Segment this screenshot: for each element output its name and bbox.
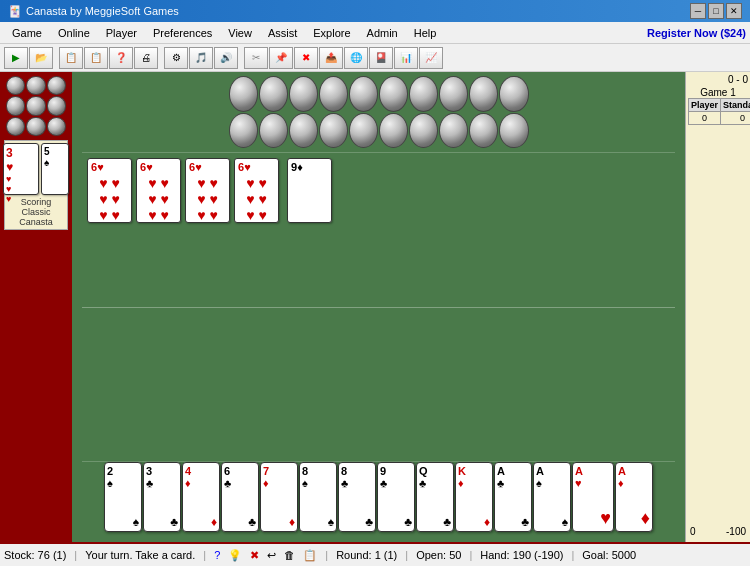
ball-2 (26, 76, 45, 95)
menu-assist[interactable]: Assist (260, 22, 305, 43)
hand-card-8c[interactable]: 8♣ ♣ (338, 462, 376, 532)
meld-card-4[interactable]: 6♥ ♥ ♥ ♥ ♥ ♥ ♥ (234, 158, 279, 223)
ball-6 (47, 96, 66, 115)
toolbar-settings[interactable]: ⚙ (164, 47, 188, 69)
hand-card-2s[interactable]: 2♠ ♠ (104, 462, 142, 532)
ball-7 (6, 117, 25, 136)
meld-card-3[interactable]: 6♥ ♥ ♥ ♥ ♥ ♥ ♥ (185, 158, 230, 223)
left-stock-pile (6, 76, 66, 136)
scoring-label: ScoringClassicCanasta (19, 197, 53, 227)
clipboard-icon[interactable]: 📋 (303, 549, 317, 562)
register-button[interactable]: Register Now ($24) (647, 27, 746, 39)
menu-player[interactable]: Player (98, 22, 145, 43)
hand-card-qc[interactable]: Q♣ ♣ (416, 462, 454, 532)
opp-card-1 (229, 76, 258, 112)
opp-card-6 (379, 76, 408, 112)
ball-3 (47, 76, 66, 95)
toolbar-copy[interactable]: 📋 (59, 47, 83, 69)
menu-online[interactable]: Online (50, 22, 98, 43)
toolbar-paste[interactable]: 📋 (84, 47, 108, 69)
hand-card-ad[interactable]: A♦ ♦ (615, 462, 653, 532)
left-panel: 3 ♥ ♥ ♥ ♥ 5 ♠ ScoringClassicCanasta (0, 72, 72, 542)
menu-view[interactable]: View (220, 22, 260, 43)
lightbulb-icon[interactable]: 💡 (228, 549, 242, 562)
opp-card-19 (469, 113, 498, 149)
undo-icon[interactable]: ↩ (267, 549, 276, 562)
menu-help[interactable]: Help (406, 22, 445, 43)
window-controls: ─ □ ✕ (690, 3, 742, 19)
hand-card-8s[interactable]: 8♠ ♠ (299, 462, 337, 532)
opp-card-3 (289, 76, 318, 112)
menu-admin[interactable]: Admin (359, 22, 406, 43)
hand-card-6c[interactable]: 6♣ ♣ (221, 462, 259, 532)
status-turn: Your turn. Take a card. (85, 549, 195, 561)
toolbar-x-red[interactable]: ✖ (294, 47, 318, 69)
menu-preferences[interactable]: Preferences (145, 22, 220, 43)
left-card-bottom: 5 ♠ (41, 143, 69, 195)
score-values: 0 -100 (688, 523, 748, 540)
toolbar-chart[interactable]: 📊 (394, 47, 418, 69)
hand-card-3c[interactable]: 3♣ ♣ (143, 462, 181, 532)
status-hand: Hand: 190 (-190) (480, 549, 563, 561)
opp-card-18 (439, 113, 468, 149)
menu-explore[interactable]: Explore (305, 22, 358, 43)
meld-card-1[interactable]: 6♥ ♥ ♥ ♥ ♥ ♥ ♥ (87, 158, 132, 223)
hand-card-as[interactable]: A♠ ♠ (533, 462, 571, 532)
status-goal: Goal: 5000 (582, 549, 636, 561)
opponent-hand (229, 76, 529, 148)
play-area: 6♥ ♥ ♥ ♥ ♥ ♥ ♥ 6♥ ♥ ♥ ♥ ♥ ♥ ♥ 6♥ ♥ ♥ (82, 152, 675, 462)
hand-card-4d[interactable]: 4♦ ♦ (182, 462, 220, 532)
menu-bar: Game Online Player Preferences View Assi… (0, 22, 750, 44)
help-icon[interactable]: ? (214, 549, 220, 561)
standard-score: 0 (721, 112, 750, 125)
menu-game[interactable]: Game (4, 22, 50, 43)
cancel-icon[interactable]: ✖ (250, 549, 259, 562)
opp-card-5 (349, 76, 378, 112)
toolbar-stats[interactable]: 📈 (419, 47, 443, 69)
hand-card-ah[interactable]: A♥ ♥ (572, 462, 614, 532)
title-bar: 🃏 Canasta by MeggieSoft Games ─ □ ✕ (0, 0, 750, 22)
maximize-button[interactable]: □ (708, 3, 724, 19)
toolbar-new-game[interactable]: ▶ (4, 47, 28, 69)
meld-card-9[interactable]: 9♦ (287, 158, 332, 223)
player-hand: 2♠ ♠ 3♣ ♣ 4♦ ♦ 6♣ ♣ 7♦ ♦ 8♠ ♠ (77, 462, 680, 537)
opp-card-11 (229, 113, 258, 149)
left-card-top: 3 ♥ ♥ ♥ ♥ (3, 143, 39, 195)
toolbar-open[interactable]: 📂 (29, 47, 53, 69)
close-button[interactable]: ✕ (726, 3, 742, 19)
opp-card-8 (439, 76, 468, 112)
toolbar-music[interactable]: 🎵 (189, 47, 213, 69)
toolbar-print[interactable]: 🖨 (134, 47, 158, 69)
opp-card-16 (379, 113, 408, 149)
col-player: Player (689, 99, 721, 112)
score-panel: 0 - 0 Game 1 Player Standard 0 0 0 -100 (685, 72, 750, 542)
opp-card-4 (319, 76, 348, 112)
hand-card-9c[interactable]: 9♣ ♣ (377, 462, 415, 532)
minimize-button[interactable]: ─ (690, 3, 706, 19)
toolbar-help2[interactable]: ❓ (109, 47, 133, 69)
toolbar-export[interactable]: 📤 (319, 47, 343, 69)
meld-card-2[interactable]: 6♥ ♥ ♥ ♥ ♥ ♥ ♥ (136, 158, 181, 223)
toolbar-pin[interactable]: 📌 (269, 47, 293, 69)
score-table: Player Standard 0 0 (688, 98, 750, 125)
divider-line (82, 307, 675, 308)
hand-card-7d[interactable]: 7♦ ♦ (260, 462, 298, 532)
opp-card-2 (259, 76, 288, 112)
opp-card-14 (319, 113, 348, 149)
toolbar: ▶ 📂 📋 📋 ❓ 🖨 ⚙ 🎵 🔊 ✂ 📌 ✖ 📤 🌐 🎴 � (0, 44, 750, 72)
hand-card-kd[interactable]: K♦ ♦ (455, 462, 493, 532)
toolbar-cut[interactable]: ✂ (244, 47, 268, 69)
toolbar-cards[interactable]: 🎴 (369, 47, 393, 69)
ball-9 (47, 117, 66, 136)
trash-icon[interactable]: 🗑 (284, 549, 295, 561)
toolbar-sound[interactable]: 🔊 (214, 47, 238, 69)
melds-area: 6♥ ♥ ♥ ♥ ♥ ♥ ♥ 6♥ ♥ ♥ ♥ ♥ ♥ ♥ 6♥ ♥ ♥ (87, 158, 334, 223)
meld-sixes: 6♥ ♥ ♥ ♥ ♥ ♥ ♥ 6♥ ♥ ♥ ♥ ♥ ♥ ♥ 6♥ ♥ ♥ (87, 158, 334, 223)
hand-card-ac[interactable]: A♣ ♣ (494, 462, 532, 532)
scoring-area: 3 ♥ ♥ ♥ ♥ 5 ♠ ScoringClassicCanasta (4, 140, 68, 230)
diff-player: 0 (690, 526, 696, 537)
toolbar-globe[interactable]: 🌐 (344, 47, 368, 69)
opp-card-17 (409, 113, 438, 149)
opp-card-20 (499, 113, 528, 149)
opp-card-12 (259, 113, 288, 149)
